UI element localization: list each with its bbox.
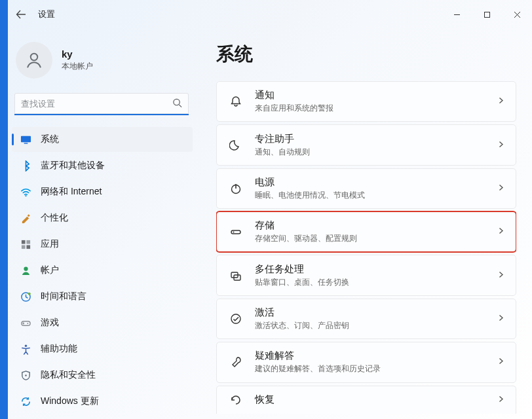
window-controls (442, 1, 532, 27)
storage-icon (229, 225, 243, 239)
chevron-right-icon (497, 183, 505, 194)
settings-card-power[interactable]: 电源睡眠、电池使用情况、节电模式 (216, 168, 516, 209)
activate-icon (229, 312, 243, 326)
sidebar-item-label: 时间和语言 (41, 291, 86, 302)
time-icon (20, 291, 31, 302)
recover-icon (229, 393, 243, 407)
sidebar-item-privacy[interactable]: 隐私和安全性 (12, 363, 193, 388)
update-icon (20, 395, 31, 407)
card-title: 恢复 (255, 393, 485, 406)
sidebar-item-account[interactable]: 帐户 (12, 258, 193, 283)
back-button[interactable] (9, 3, 33, 26)
moon-icon (229, 138, 243, 153)
trouble-icon (229, 355, 243, 369)
sidebar-item-label: 系统 (41, 134, 59, 145)
settings-card-activate[interactable]: 激活激活状态、订阅、产品密钥 (216, 299, 516, 339)
card-title: 疑难解答 (255, 350, 485, 362)
profile-subtitle: 本地帐户 (62, 61, 93, 72)
sidebar-item-label: 个性化 (41, 212, 68, 224)
sidebar-item-label: 辅助功能 (41, 343, 77, 355)
sidebar-item-label: 隐私和安全性 (41, 369, 96, 381)
settings-card-storage[interactable]: 存储存储空间、驱动器、配置规则 (216, 211, 516, 252)
avatar (16, 42, 52, 79)
app-title: 设置 (38, 9, 55, 20)
title-bar: 设置 (0, 0, 532, 29)
sidebar-item-apps[interactable]: 应用 (12, 232, 193, 257)
settings-card-moon[interactable]: 专注助手通知、自动规则 (216, 124, 516, 165)
sidebar-item-bluetooth[interactable]: 蓝牙和其他设备 (12, 153, 193, 178)
power-icon (229, 181, 243, 196)
card-subtitle: 睡眠、电池使用情况、节电模式 (255, 190, 485, 201)
chevron-right-icon (497, 270, 505, 282)
personalize-icon (20, 212, 31, 224)
chevron-right-icon (497, 394, 505, 406)
system-icon (20, 134, 31, 145)
chevron-right-icon (497, 226, 505, 238)
sidebar-nav: 系统蓝牙和其他设备网络和 Internet个性化应用帐户时间和语言游戏辅助功能隐… (12, 127, 193, 414)
search-box[interactable] (14, 93, 189, 115)
card-subtitle: 通知、自动规则 (255, 147, 485, 158)
profile-name: ky (62, 48, 93, 60)
sidebar-item-gaming[interactable]: 游戏 (12, 310, 193, 335)
main-pane: 系统 通知来自应用和系统的警报专注助手通知、自动规则电源睡眠、电池使用情况、节电… (197, 29, 532, 419)
card-title: 存储 (255, 219, 485, 232)
page-title: 系统 (216, 42, 516, 67)
profile-block[interactable]: ky 本地帐户 (12, 35, 193, 93)
card-subtitle: 建议的疑难解答、首选项和历史记录 (255, 363, 485, 374)
sidebar-item-personalize[interactable]: 个性化 (12, 206, 193, 230)
card-title: 通知 (255, 89, 485, 101)
account-icon (20, 264, 31, 276)
sidebar-item-label: 帐户 (41, 264, 59, 276)
card-title: 专注助手 (255, 133, 485, 145)
chevron-right-icon (497, 139, 505, 151)
sidebar-item-label: 网络和 Internet (41, 186, 102, 198)
bell-icon (229, 94, 243, 109)
search-input[interactable] (14, 93, 189, 115)
svg-point-4 (31, 54, 38, 61)
close-button[interactable] (502, 1, 532, 27)
sidebar-item-label: 蓝牙和其他设备 (41, 160, 105, 172)
maximize-button[interactable] (472, 1, 502, 27)
wifi-icon (20, 186, 31, 198)
apps-icon (20, 238, 31, 250)
card-subtitle: 激活状态、订阅、产品密钥 (255, 320, 485, 331)
gaming-icon (20, 317, 31, 329)
card-subtitle: 存储空间、驱动器、配置规则 (255, 233, 485, 244)
settings-card-trouble[interactable]: 疑难解答建议的疑难解答、首选项和历史记录 (216, 342, 516, 382)
bluetooth-icon (20, 160, 31, 172)
multi-icon (229, 268, 243, 283)
settings-card-bell[interactable]: 通知来自应用和系统的警报 (216, 81, 516, 122)
sidebar-item-label: 游戏 (41, 317, 59, 329)
sidebar: ky 本地帐户 系统蓝牙和其他设备网络和 Internet个性化应用帐户时间和语… (0, 29, 197, 419)
minimize-button[interactable] (442, 1, 472, 27)
card-title: 电源 (255, 176, 485, 189)
sidebar-item-label: Windows 更新 (41, 395, 99, 407)
settings-card-list: 通知来自应用和系统的警报专注助手通知、自动规则电源睡眠、电池使用情况、节电模式存… (216, 81, 516, 419)
card-title: 激活 (255, 306, 485, 319)
sidebar-item-wifi[interactable]: 网络和 Internet (12, 179, 193, 204)
accessibility-icon (20, 343, 31, 355)
chevron-right-icon (497, 96, 505, 107)
card-subtitle: 贴靠窗口、桌面、任务切换 (255, 277, 485, 288)
svg-rect-1 (484, 12, 489, 17)
settings-card-recover[interactable]: 恢复 (216, 386, 516, 414)
sidebar-item-system[interactable]: 系统 (12, 127, 193, 152)
chevron-right-icon (497, 313, 505, 325)
search-icon (172, 98, 182, 111)
window-left-edge (0, 0, 8, 419)
sidebar-item-time[interactable]: 时间和语言 (12, 284, 193, 309)
card-subtitle: 来自应用和系统的警报 (255, 103, 485, 114)
sidebar-item-accessibility[interactable]: 辅助功能 (12, 337, 193, 361)
svg-point-5 (174, 99, 180, 105)
settings-card-multi[interactable]: 多任务处理贴靠窗口、桌面、任务切换 (216, 255, 516, 295)
privacy-icon (20, 369, 31, 381)
sidebar-item-update[interactable]: Windows 更新 (12, 389, 193, 414)
svg-line-6 (179, 105, 181, 107)
card-title: 多任务处理 (255, 263, 485, 276)
sidebar-item-label: 应用 (41, 238, 59, 250)
chevron-right-icon (497, 356, 505, 368)
